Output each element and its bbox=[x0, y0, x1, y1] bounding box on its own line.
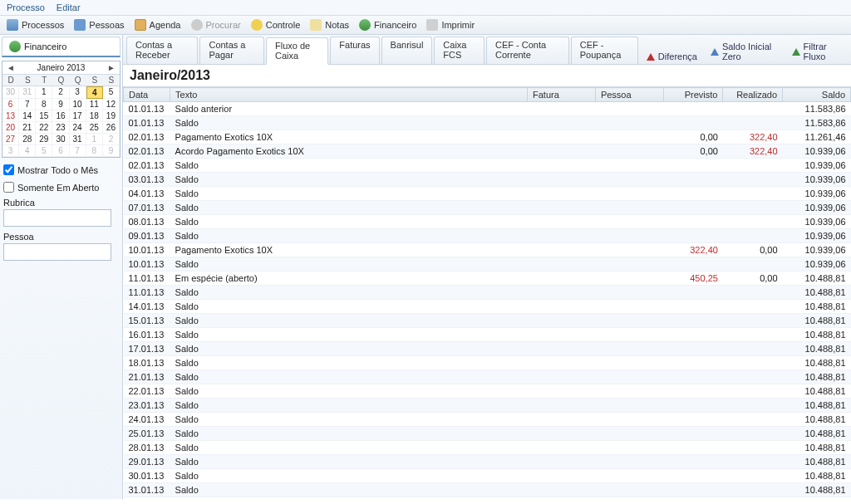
calendar-day[interactable]: 10 bbox=[70, 99, 86, 110]
table-row[interactable]: 22.01.13Saldo10.488,81 bbox=[124, 384, 851, 399]
table-row[interactable]: 25.01.13Saldo10.488,81 bbox=[124, 427, 851, 441]
calendar-day[interactable]: 8 bbox=[36, 99, 52, 110]
table-row[interactable]: 10.01.13Saldo10.939,06 bbox=[124, 257, 851, 272]
menu-editar[interactable]: Editar bbox=[57, 2, 81, 12]
calendar-day[interactable]: 24 bbox=[70, 122, 86, 134]
check-mostrar-mes[interactable]: Mostrar Todo o Mês bbox=[3, 164, 119, 175]
toolbar-agenda[interactable]: Agenda bbox=[135, 19, 181, 31]
calendar-day[interactable]: 17 bbox=[70, 110, 86, 122]
calendar-day[interactable]: 12 bbox=[103, 99, 120, 110]
calendar-day[interactable]: 27 bbox=[2, 134, 19, 145]
calendar-day[interactable]: 8 bbox=[86, 145, 103, 157]
calendar-day[interactable]: 25 bbox=[86, 122, 103, 134]
toolbar-processos[interactable]: Processos bbox=[7, 19, 64, 31]
calendar-day[interactable]: 30 bbox=[52, 134, 69, 145]
table-row[interactable]: 11.01.13Em espécie (aberto)450,250,0010.… bbox=[124, 272, 851, 286]
col-previsto[interactable]: Previsto bbox=[663, 88, 723, 102]
calendar-day[interactable]: 2 bbox=[52, 86, 69, 99]
action-saldo-inicial-zero[interactable]: Saldo Inicial Zero bbox=[704, 39, 785, 64]
col-pessoa[interactable]: Pessoa bbox=[595, 88, 663, 102]
calendar-day[interactable]: 1 bbox=[86, 134, 103, 145]
calendar-day[interactable]: 3 bbox=[70, 86, 86, 99]
calendar-day[interactable]: 7 bbox=[70, 145, 86, 157]
table-row[interactable]: 17.01.13Saldo10.488,81 bbox=[124, 342, 851, 356]
calendar-day[interactable]: 20 bbox=[2, 122, 19, 134]
table-row[interactable]: 29.01.13Saldo10.488,81 bbox=[124, 455, 851, 469]
menu-processo[interactable]: Processo bbox=[7, 2, 45, 12]
rubrica-input[interactable] bbox=[3, 209, 111, 227]
calendar-day[interactable]: 2 bbox=[103, 134, 120, 145]
table-row[interactable]: 02.01.13Acordo Pagamento Exotics 10X0,00… bbox=[124, 144, 851, 159]
table-row[interactable]: 03.01.13Saldo10.939,06 bbox=[124, 173, 851, 187]
toolbar-pessoas[interactable]: Pessoas bbox=[74, 19, 124, 31]
calendar-day[interactable]: 7 bbox=[19, 99, 36, 110]
calendar-day[interactable]: 5 bbox=[36, 145, 52, 157]
calendar-day[interactable]: 16 bbox=[52, 110, 69, 122]
action-filtrar-fluxo[interactable]: Filtrar Fluxo bbox=[785, 39, 848, 64]
calendar-day[interactable]: 9 bbox=[52, 99, 69, 110]
calendar-day[interactable]: 14 bbox=[19, 110, 36, 122]
tab-cef-poupan-a[interactable]: CEF - Poupança bbox=[571, 37, 638, 64]
tab-caixa-fcs[interactable]: Caixa FCS bbox=[434, 37, 485, 64]
table-row[interactable]: 09.01.13Saldo10.939,06 bbox=[124, 229, 851, 243]
table-row[interactable]: 08.01.13Saldo10.939,06 bbox=[124, 215, 851, 229]
tab-cef-conta-corrente[interactable]: CEF - Conta Corrente bbox=[486, 37, 569, 64]
calendar-day[interactable]: 13 bbox=[2, 110, 19, 122]
calendar-day[interactable]: 21 bbox=[19, 122, 36, 134]
table-row[interactable]: 01.01.13Saldo11.583,86 bbox=[124, 116, 851, 130]
calendar-day[interactable]: 19 bbox=[103, 110, 120, 122]
calendar-day[interactable]: 15 bbox=[36, 110, 52, 122]
table-row[interactable]: 21.01.13Saldo10.488,81 bbox=[124, 370, 851, 384]
calendar-day[interactable]: 23 bbox=[52, 122, 69, 134]
col-saldo[interactable]: Saldo bbox=[783, 88, 851, 102]
calendar-day[interactable]: 4 bbox=[19, 145, 36, 157]
calendar-day[interactable]: 5 bbox=[103, 86, 120, 99]
calendar-day[interactable]: 3 bbox=[2, 145, 19, 157]
table-row[interactable]: 23.01.13Saldo10.488,81 bbox=[124, 399, 851, 413]
calendar-day[interactable]: 28 bbox=[19, 134, 36, 145]
toolbar-imprimir[interactable]: Imprimir bbox=[426, 19, 475, 31]
tab-contas-a-receber[interactable]: Contas a Receber bbox=[126, 37, 198, 64]
calendar-day[interactable]: 22 bbox=[36, 122, 52, 134]
table-row[interactable]: 14.01.13Saldo10.488,81 bbox=[124, 300, 851, 314]
table-row[interactable]: 30.01.13Saldo10.488,81 bbox=[124, 469, 851, 483]
pessoa-input[interactable] bbox=[3, 243, 111, 261]
calendar-day[interactable]: 11 bbox=[86, 99, 103, 110]
calendar-day[interactable]: 26 bbox=[103, 122, 120, 134]
table-row[interactable]: 02.01.13Pagamento Exotics 10X0,00322,401… bbox=[124, 130, 851, 144]
check-somente-aberto[interactable]: Somente Em Aberto bbox=[3, 182, 119, 193]
col-fatura[interactable]: Fatura bbox=[528, 88, 596, 102]
calendar-prev[interactable]: ◄ bbox=[6, 63, 16, 72]
calendar-next[interactable]: ► bbox=[106, 63, 116, 72]
table-row[interactable]: 11.01.13Saldo10.488,81 bbox=[124, 286, 851, 300]
calendar-day[interactable]: 18 bbox=[86, 110, 103, 122]
table-row[interactable]: 15.01.13Saldo10.488,81 bbox=[124, 314, 851, 328]
table-row[interactable]: 16.01.13Saldo10.488,81 bbox=[124, 328, 851, 342]
col-data[interactable]: Data bbox=[124, 88, 170, 102]
toolbar-financeiro[interactable]: Financeiro bbox=[359, 19, 416, 31]
tab-banrisul[interactable]: Banrisul bbox=[381, 37, 433, 64]
tab-contas-a-pagar[interactable]: Contas a Pagar bbox=[199, 37, 264, 64]
calendar-day[interactable]: 6 bbox=[2, 99, 19, 110]
grid[interactable]: Data Texto Fatura Pessoa Previsto Realiz… bbox=[123, 87, 851, 499]
table-row[interactable]: 01.01.13Saldo anterior11.583,86 bbox=[124, 102, 851, 116]
col-realizado[interactable]: Realizado bbox=[723, 88, 783, 102]
table-row[interactable]: 24.01.13Saldo10.488,81 bbox=[124, 413, 851, 427]
calendar-day[interactable]: 29 bbox=[36, 134, 52, 145]
calendar-day[interactable]: 4 bbox=[86, 86, 103, 99]
calendar-day[interactable]: 30 bbox=[2, 86, 19, 99]
table-row[interactable]: 07.01.13Saldo10.939,06 bbox=[124, 201, 851, 215]
action-diferenca[interactable]: Diferença bbox=[640, 49, 704, 64]
table-row[interactable]: 18.01.13Saldo10.488,81 bbox=[124, 356, 851, 370]
calendar-day[interactable]: 1 bbox=[36, 86, 52, 99]
toolbar-notas[interactable]: Notas bbox=[310, 19, 349, 31]
table-row[interactable]: 28.01.13Saldo10.488,81 bbox=[124, 441, 851, 455]
calendar-day[interactable]: 31 bbox=[70, 134, 86, 145]
table-row[interactable]: 04.01.13Saldo10.939,06 bbox=[124, 187, 851, 201]
table-row[interactable]: 02.01.13Saldo10.939,06 bbox=[124, 159, 851, 173]
calendar-day[interactable]: 6 bbox=[52, 145, 69, 157]
table-row[interactable]: 31.01.13Saldo10.488,81 bbox=[124, 483, 851, 497]
tab-fluxo-de-caixa[interactable]: Fluxo de Caixa bbox=[266, 37, 328, 65]
calendar-day[interactable]: 9 bbox=[103, 145, 120, 157]
col-texto[interactable]: Texto bbox=[170, 88, 528, 102]
